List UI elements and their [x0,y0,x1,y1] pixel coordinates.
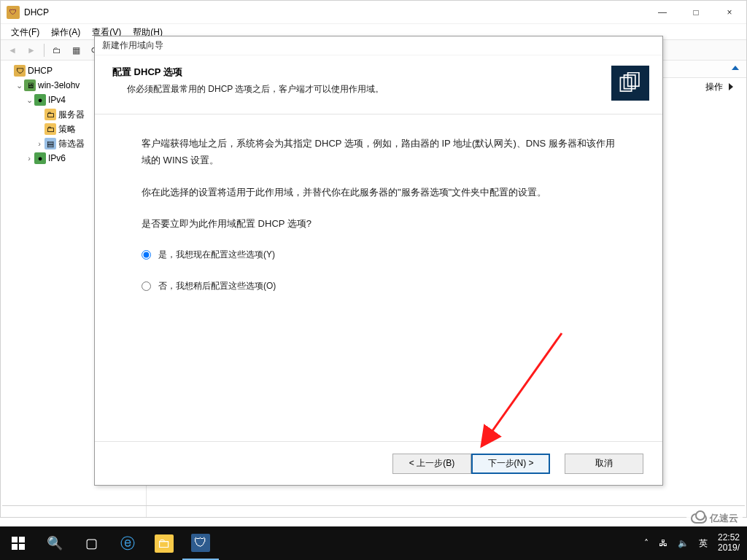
nav-fwd-button[interactable]: ► [23,42,40,58]
svg-rect-6 [12,544,18,550]
wizard-body: 客户端获得地址之后，系统将会为其指定 DHCP 选项，例如，路由器的 IP 地址… [95,114,662,441]
taskview-icon[interactable]: ▢ [73,526,109,560]
radio-yes-input[interactable] [142,250,151,260]
radio-no-input[interactable] [142,281,151,291]
svg-rect-5 [19,537,25,542]
wizard-header-icon [611,66,649,101]
menu-file[interactable]: 文件(F) [5,24,45,40]
dhcp-app-icon: 🛡 [7,6,20,19]
back-button[interactable]: < 上一步(B) [392,454,471,474]
wizard-title-text: 新建作用域向导 [102,39,163,52]
radio-group: 是，我想现在配置这些选项(Y) 否，我想稍后配置这些选项(O) [142,247,616,295]
tray-chevron-icon[interactable]: ˄ [644,538,649,548]
toolbar-btn-2[interactable]: ▦ [67,42,85,58]
radio-yes[interactable]: 是，我想现在配置这些选项(Y) [142,247,616,263]
menu-action[interactable]: 操作(A) [45,24,86,40]
collapse-caret-icon[interactable] [732,66,739,70]
system-tray[interactable]: ˄ 🖧 🔈 英 22:52 2019/ [644,533,747,553]
maximize-button[interactable]: □ [679,1,713,24]
next-button[interactable]: 下一步(N) > [471,454,550,474]
tray-ime[interactable]: 英 [699,537,708,550]
taskbar-ie-icon[interactable]: ⓔ [109,526,146,560]
new-scope-wizard: 新建作用域向导 配置 DHCP 选项 你必须配置最常用的 DHCP 选项之后，客… [94,36,663,486]
window-buttons: — □ × [646,1,746,24]
wizard-button-row: < 上一步(B) 下一步(N) > 取消 [95,441,662,485]
wizard-header-subtitle: 你必须配置最常用的 DHCP 选项之后，客户端才可以使用作用域。 [112,83,611,96]
tray-clock[interactable]: 22:52 2019/ [718,533,740,553]
radio-yes-label: 是，我想现在配置这些选项(Y) [158,247,275,263]
watermark-text: 亿速云 [710,512,738,525]
actions-label: 操作 [705,81,723,93]
watermark: 亿速云 [686,510,743,526]
minimize-button[interactable]: — [646,1,679,24]
cloud-icon [691,513,707,524]
titlebar[interactable]: 🛡 DHCP — □ × [1,1,746,24]
radio-no[interactable]: 否，我想稍后配置这些选项(O) [142,279,616,295]
start-button[interactable] [0,526,36,560]
close-button[interactable]: × [713,1,746,24]
radio-no-label: 否，我想稍后配置这些选项(O) [158,279,276,295]
wizard-header: 配置 DHCP 选项 你必须配置最常用的 DHCP 选项之后，客户端才可以使用作… [95,55,662,114]
toolbar-btn-1[interactable]: 🗀 [48,42,66,58]
window-title: DHCP [24,7,49,18]
taskbar[interactable]: 🔍 ▢ ⓔ 🗀 🛡 ˄ 🖧 🔈 英 22:52 2019/ [0,526,747,560]
triangle-right-icon [729,83,733,90]
taskbar-dhcp-icon[interactable]: 🛡 [182,526,219,560]
nav-back-button[interactable]: ◄ [4,42,21,58]
wizard-para-2: 你在此选择的设置将适用于此作用域，并替代你在此服务器的"服务器选项"文件夹中配置… [142,184,616,201]
taskbar-explorer-icon[interactable]: 🗀 [146,526,182,560]
svg-rect-4 [12,537,18,542]
tray-network-icon[interactable]: 🖧 [659,538,667,548]
annotation-arrow-icon [460,326,576,457]
taskbar-search-icon[interactable]: 🔍 [36,526,73,560]
tray-volume-icon[interactable]: 🔈 [678,538,689,548]
wizard-para-1: 客户端获得地址之后，系统将会为其指定 DHCP 选项，例如，路由器的 IP 地址… [142,135,616,169]
wizard-header-title: 配置 DHCP 选项 [112,66,611,79]
svg-rect-7 [19,544,25,550]
tray-date: 2019/ [718,543,740,553]
svg-line-3 [481,333,562,446]
cancel-button[interactable]: 取消 [565,454,643,474]
tray-time: 22:52 [718,533,740,543]
wizard-titlebar[interactable]: 新建作用域向导 [95,36,662,55]
wizard-question: 是否要立即为此作用域配置 DHCP 选项? [142,215,616,232]
